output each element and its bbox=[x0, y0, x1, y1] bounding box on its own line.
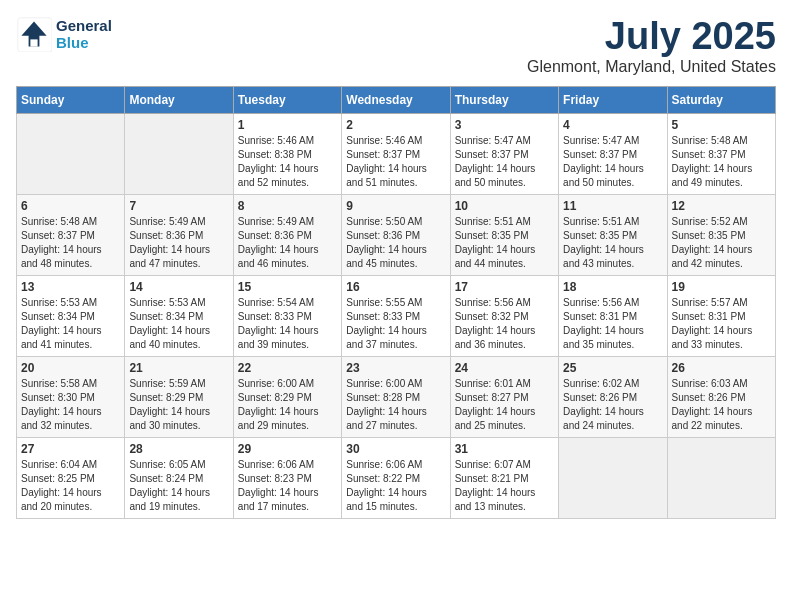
day-number: 10 bbox=[455, 199, 554, 213]
day-number: 28 bbox=[129, 442, 228, 456]
calendar-cell: 31Sunrise: 6:07 AMSunset: 8:21 PMDayligh… bbox=[450, 437, 558, 518]
day-info: Sunrise: 5:49 AMSunset: 8:36 PMDaylight:… bbox=[129, 215, 228, 271]
logo-line1: General bbox=[56, 17, 112, 34]
day-number: 25 bbox=[563, 361, 662, 375]
day-number: 31 bbox=[455, 442, 554, 456]
day-info: Sunrise: 5:48 AMSunset: 8:37 PMDaylight:… bbox=[672, 134, 771, 190]
calendar-cell: 23Sunrise: 6:00 AMSunset: 8:28 PMDayligh… bbox=[342, 356, 450, 437]
day-info: Sunrise: 5:50 AMSunset: 8:36 PMDaylight:… bbox=[346, 215, 445, 271]
calendar-cell: 20Sunrise: 5:58 AMSunset: 8:30 PMDayligh… bbox=[17, 356, 125, 437]
day-info: Sunrise: 5:59 AMSunset: 8:29 PMDaylight:… bbox=[129, 377, 228, 433]
day-info: Sunrise: 5:46 AMSunset: 8:37 PMDaylight:… bbox=[346, 134, 445, 190]
day-info: Sunrise: 6:02 AMSunset: 8:26 PMDaylight:… bbox=[563, 377, 662, 433]
day-info: Sunrise: 5:46 AMSunset: 8:38 PMDaylight:… bbox=[238, 134, 337, 190]
calendar-cell: 10Sunrise: 5:51 AMSunset: 8:35 PMDayligh… bbox=[450, 194, 558, 275]
calendar-cell: 14Sunrise: 5:53 AMSunset: 8:34 PMDayligh… bbox=[125, 275, 233, 356]
calendar-cell bbox=[125, 113, 233, 194]
day-info: Sunrise: 5:49 AMSunset: 8:36 PMDaylight:… bbox=[238, 215, 337, 271]
subtitle: Glenmont, Maryland, United States bbox=[527, 58, 776, 76]
day-info: Sunrise: 6:03 AMSunset: 8:26 PMDaylight:… bbox=[672, 377, 771, 433]
logo: General Blue bbox=[16, 16, 112, 52]
calendar-cell: 17Sunrise: 5:56 AMSunset: 8:32 PMDayligh… bbox=[450, 275, 558, 356]
calendar-week-row: 6Sunrise: 5:48 AMSunset: 8:37 PMDaylight… bbox=[17, 194, 776, 275]
day-info: Sunrise: 6:05 AMSunset: 8:24 PMDaylight:… bbox=[129, 458, 228, 514]
weekday-header: Friday bbox=[559, 86, 667, 113]
calendar-cell: 8Sunrise: 5:49 AMSunset: 8:36 PMDaylight… bbox=[233, 194, 341, 275]
day-info: Sunrise: 5:52 AMSunset: 8:35 PMDaylight:… bbox=[672, 215, 771, 271]
day-info: Sunrise: 6:07 AMSunset: 8:21 PMDaylight:… bbox=[455, 458, 554, 514]
calendar-body: 1Sunrise: 5:46 AMSunset: 8:38 PMDaylight… bbox=[17, 113, 776, 518]
weekday-header: Tuesday bbox=[233, 86, 341, 113]
day-number: 27 bbox=[21, 442, 120, 456]
day-number: 11 bbox=[563, 199, 662, 213]
page-header: General Blue July 2025 Glenmont, Marylan… bbox=[16, 16, 776, 76]
calendar-cell: 19Sunrise: 5:57 AMSunset: 8:31 PMDayligh… bbox=[667, 275, 775, 356]
day-number: 20 bbox=[21, 361, 120, 375]
calendar-cell bbox=[559, 437, 667, 518]
day-info: Sunrise: 6:06 AMSunset: 8:22 PMDaylight:… bbox=[346, 458, 445, 514]
day-info: Sunrise: 5:47 AMSunset: 8:37 PMDaylight:… bbox=[455, 134, 554, 190]
calendar-cell: 30Sunrise: 6:06 AMSunset: 8:22 PMDayligh… bbox=[342, 437, 450, 518]
svg-rect-5 bbox=[30, 39, 37, 46]
day-info: Sunrise: 5:56 AMSunset: 8:32 PMDaylight:… bbox=[455, 296, 554, 352]
day-number: 23 bbox=[346, 361, 445, 375]
calendar-cell: 1Sunrise: 5:46 AMSunset: 8:38 PMDaylight… bbox=[233, 113, 341, 194]
calendar-cell: 5Sunrise: 5:48 AMSunset: 8:37 PMDaylight… bbox=[667, 113, 775, 194]
day-info: Sunrise: 6:04 AMSunset: 8:25 PMDaylight:… bbox=[21, 458, 120, 514]
calendar-cell: 18Sunrise: 5:56 AMSunset: 8:31 PMDayligh… bbox=[559, 275, 667, 356]
weekday-header: Wednesday bbox=[342, 86, 450, 113]
day-info: Sunrise: 5:57 AMSunset: 8:31 PMDaylight:… bbox=[672, 296, 771, 352]
day-number: 2 bbox=[346, 118, 445, 132]
calendar-cell bbox=[667, 437, 775, 518]
calendar-cell: 3Sunrise: 5:47 AMSunset: 8:37 PMDaylight… bbox=[450, 113, 558, 194]
logo-line2: Blue bbox=[56, 34, 112, 51]
weekday-header: Monday bbox=[125, 86, 233, 113]
calendar-cell: 6Sunrise: 5:48 AMSunset: 8:37 PMDaylight… bbox=[17, 194, 125, 275]
day-number: 19 bbox=[672, 280, 771, 294]
day-info: Sunrise: 5:58 AMSunset: 8:30 PMDaylight:… bbox=[21, 377, 120, 433]
calendar-cell: 24Sunrise: 6:01 AMSunset: 8:27 PMDayligh… bbox=[450, 356, 558, 437]
calendar-cell bbox=[17, 113, 125, 194]
day-number: 12 bbox=[672, 199, 771, 213]
calendar-week-row: 13Sunrise: 5:53 AMSunset: 8:34 PMDayligh… bbox=[17, 275, 776, 356]
calendar-cell: 2Sunrise: 5:46 AMSunset: 8:37 PMDaylight… bbox=[342, 113, 450, 194]
day-number: 22 bbox=[238, 361, 337, 375]
calendar-header: SundayMondayTuesdayWednesdayThursdayFrid… bbox=[17, 86, 776, 113]
day-number: 1 bbox=[238, 118, 337, 132]
calendar-table: SundayMondayTuesdayWednesdayThursdayFrid… bbox=[16, 86, 776, 519]
calendar-cell: 29Sunrise: 6:06 AMSunset: 8:23 PMDayligh… bbox=[233, 437, 341, 518]
calendar-cell: 26Sunrise: 6:03 AMSunset: 8:26 PMDayligh… bbox=[667, 356, 775, 437]
day-number: 5 bbox=[672, 118, 771, 132]
calendar-cell: 7Sunrise: 5:49 AMSunset: 8:36 PMDaylight… bbox=[125, 194, 233, 275]
calendar-cell: 11Sunrise: 5:51 AMSunset: 8:35 PMDayligh… bbox=[559, 194, 667, 275]
day-number: 18 bbox=[563, 280, 662, 294]
day-number: 21 bbox=[129, 361, 228, 375]
day-number: 4 bbox=[563, 118, 662, 132]
title-block: July 2025 Glenmont, Maryland, United Sta… bbox=[527, 16, 776, 76]
calendar-cell: 12Sunrise: 5:52 AMSunset: 8:35 PMDayligh… bbox=[667, 194, 775, 275]
calendar-cell: 13Sunrise: 5:53 AMSunset: 8:34 PMDayligh… bbox=[17, 275, 125, 356]
day-info: Sunrise: 5:48 AMSunset: 8:37 PMDaylight:… bbox=[21, 215, 120, 271]
day-info: Sunrise: 5:55 AMSunset: 8:33 PMDaylight:… bbox=[346, 296, 445, 352]
day-info: Sunrise: 5:51 AMSunset: 8:35 PMDaylight:… bbox=[563, 215, 662, 271]
day-info: Sunrise: 5:47 AMSunset: 8:37 PMDaylight:… bbox=[563, 134, 662, 190]
calendar-cell: 25Sunrise: 6:02 AMSunset: 8:26 PMDayligh… bbox=[559, 356, 667, 437]
calendar-cell: 27Sunrise: 6:04 AMSunset: 8:25 PMDayligh… bbox=[17, 437, 125, 518]
calendar-week-row: 20Sunrise: 5:58 AMSunset: 8:30 PMDayligh… bbox=[17, 356, 776, 437]
day-number: 15 bbox=[238, 280, 337, 294]
weekday-header: Thursday bbox=[450, 86, 558, 113]
weekday-header: Sunday bbox=[17, 86, 125, 113]
day-info: Sunrise: 5:53 AMSunset: 8:34 PMDaylight:… bbox=[129, 296, 228, 352]
day-number: 6 bbox=[21, 199, 120, 213]
day-number: 29 bbox=[238, 442, 337, 456]
day-info: Sunrise: 5:54 AMSunset: 8:33 PMDaylight:… bbox=[238, 296, 337, 352]
day-info: Sunrise: 5:53 AMSunset: 8:34 PMDaylight:… bbox=[21, 296, 120, 352]
day-number: 30 bbox=[346, 442, 445, 456]
day-info: Sunrise: 5:56 AMSunset: 8:31 PMDaylight:… bbox=[563, 296, 662, 352]
calendar-cell: 21Sunrise: 5:59 AMSunset: 8:29 PMDayligh… bbox=[125, 356, 233, 437]
day-info: Sunrise: 6:00 AMSunset: 8:28 PMDaylight:… bbox=[346, 377, 445, 433]
day-number: 24 bbox=[455, 361, 554, 375]
day-number: 3 bbox=[455, 118, 554, 132]
calendar-cell: 4Sunrise: 5:47 AMSunset: 8:37 PMDaylight… bbox=[559, 113, 667, 194]
day-info: Sunrise: 6:01 AMSunset: 8:27 PMDaylight:… bbox=[455, 377, 554, 433]
